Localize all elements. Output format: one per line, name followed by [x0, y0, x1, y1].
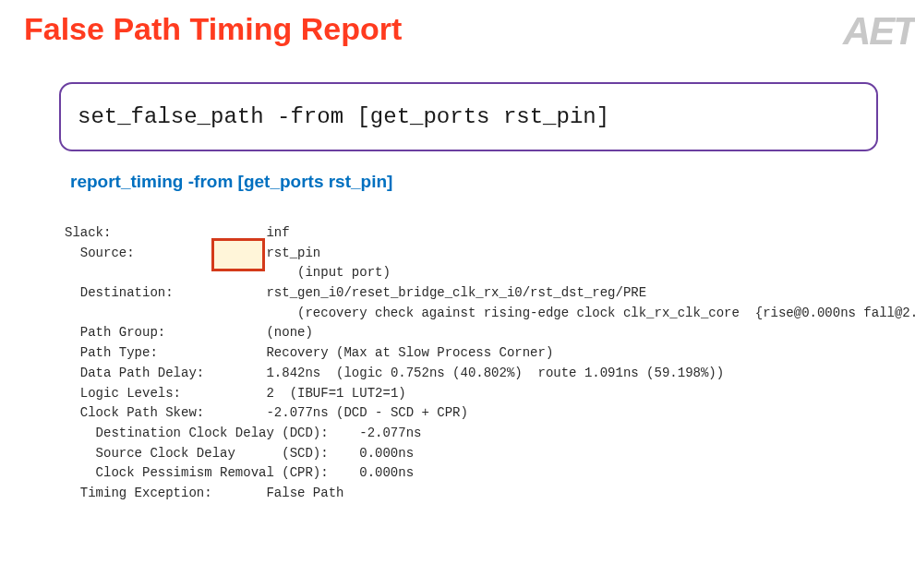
dest-value: rst_gen_i0/reset_bridge_clk_rx_i0/rst_ds…: [266, 285, 646, 300]
report-command: report_timing -from [get_ports rst_pin]: [70, 172, 915, 192]
source-label: Source:: [65, 246, 135, 260]
row-skew: Clock Path Skew: -2.077ns (DCD - SCD + C…: [65, 403, 915, 424]
logic-label: Logic Levels:: [65, 386, 181, 401]
delay-value: 1.842ns (logic 0.752ns (40.802%) route 1…: [266, 366, 724, 380]
row-dcd: Destination Clock Delay (DCD): -2.077ns: [65, 424, 915, 444]
logic-value: 2 (IBUF=1 LUT2=1): [266, 386, 405, 401]
page-title: False Path Timing Report: [0, 0, 915, 47]
skew-value: -2.077ns (DCD - SCD + CPR): [266, 405, 467, 420]
row-dest: Destination: rst_gen_i0/reset_bridge_clk…: [65, 283, 915, 304]
pathtype-label: Path Type:: [65, 345, 158, 360]
skew-label: Clock Path Skew:: [65, 405, 204, 420]
row-pathtype: Path Type: Recovery (Max at Slow Process…: [65, 343, 915, 364]
pathgroup-value: (none): [266, 325, 312, 340]
row-cpr: Clock Pessimism Removal (CPR): 0.000ns: [65, 463, 915, 484]
report-body: Slack: inf Source: rst_pin (input port) …: [65, 223, 915, 504]
row-scd: Source Clock Delay (SCD): 0.000ns: [65, 444, 915, 464]
row-logic: Logic Levels: 2 (IBUF=1 LUT2=1): [65, 384, 915, 404]
row-source-sub: (input port): [65, 263, 915, 283]
scd-value: 0.000ns: [359, 446, 414, 461]
row-slack: Slack: inf: [65, 223, 915, 244]
pathgroup-label: Path Group:: [65, 325, 165, 340]
slack-value: inf: [266, 225, 289, 240]
source-value: rst_pin: [266, 246, 320, 260]
exc-label: Timing Exception:: [65, 486, 212, 500]
scd-label: Source Clock Delay (SCD):: [65, 446, 329, 461]
row-dest-sub: (recovery check against rising-edge cloc…: [65, 304, 915, 324]
dcd-value: -2.077ns: [359, 426, 421, 440]
row-source: Source: rst_pin: [65, 244, 915, 264]
row-pathgroup: Path Group: (none): [65, 323, 915, 343]
cpr-label: Clock Pessimism Removal (CPR):: [65, 465, 329, 480]
dest-label: Destination:: [65, 285, 174, 300]
slack-label: Slack:: [65, 225, 111, 240]
dcd-label: Destination Clock Delay (DCD):: [65, 426, 329, 440]
logo-text: AET: [843, 9, 915, 54]
command-box: set_false_path -from [get_ports rst_pin]: [59, 82, 878, 151]
source-sub: (input port): [297, 265, 391, 280]
delay-label: Data Path Delay:: [65, 366, 204, 380]
dest-sub: (recovery check against rising-edge cloc…: [297, 306, 915, 320]
cpr-value: 0.000ns: [359, 465, 414, 480]
row-exc: Timing Exception: False Path: [65, 484, 915, 504]
row-delay: Data Path Delay: 1.842ns (logic 0.752ns …: [65, 364, 915, 384]
pathtype-value: Recovery (Max at Slow Process Corner): [266, 345, 553, 360]
exc-value: False Path: [266, 486, 343, 500]
